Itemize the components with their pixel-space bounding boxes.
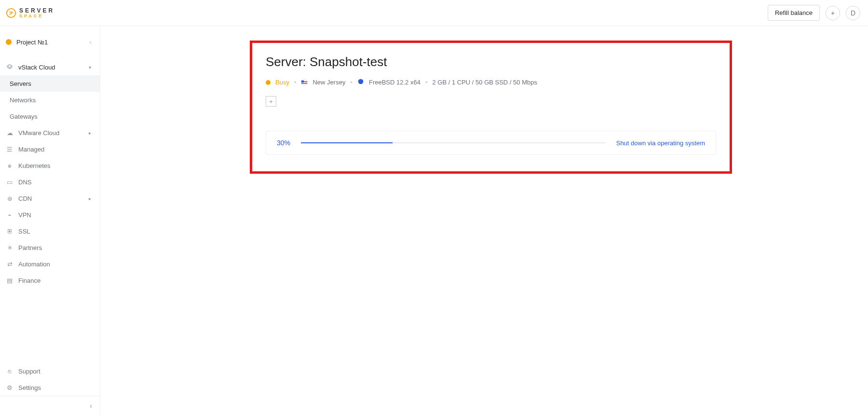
sidebar-item-label: Servers	[10, 80, 91, 87]
logo-text-sub: SPACE	[19, 14, 54, 18]
logo-text-wrap: SERVER SPACE	[19, 8, 54, 18]
sidebar-item-label: Settings	[18, 384, 91, 391]
status-dot-icon	[266, 80, 271, 85]
sidebar: Project №1 › vStack Cloud ▾ Servers Netw…	[0, 26, 100, 415]
server-meta: Busy • New Jersey • FreeBSD 12.2 x64 •	[266, 78, 716, 86]
chevron-right-icon: ▸	[89, 130, 91, 136]
sidebar-item-automation[interactable]: ⇄ Automation	[0, 256, 100, 272]
chevron-left-icon: ‹	[90, 402, 92, 410]
partners-icon: ✳	[6, 244, 14, 251]
status-text: Busy	[275, 79, 289, 86]
meta-separator: •	[294, 79, 297, 86]
project-label: Project №1	[16, 39, 85, 46]
add-button[interactable]: +	[826, 6, 840, 20]
vpn-icon: ⌁	[6, 211, 14, 219]
sidebar-item-managed[interactable]: ☰ Managed	[0, 141, 100, 157]
sidebar-item-partners[interactable]: ✳ Partners	[0, 239, 100, 256]
sidebar-item-label: VMware Cloud	[18, 129, 84, 137]
logo-text-top: SERVER	[19, 8, 54, 14]
main-content: Server: Snapshot-test Busy • New Jersey …	[100, 26, 868, 415]
chevron-down-icon: ▾	[89, 65, 91, 70]
sidebar-item-vmware-cloud[interactable]: ☁ VMware Cloud ▸	[0, 124, 100, 141]
meta-separator: •	[350, 79, 353, 86]
project-selector[interactable]: Project №1 ›	[0, 34, 100, 50]
shield-icon: ⛨	[6, 228, 14, 235]
sidebar-item-settings[interactable]: ⚙ Settings	[0, 379, 100, 396]
sidebar-item-label: vStack Cloud	[18, 64, 84, 71]
plus-icon: +	[269, 98, 273, 105]
sidebar-item-label: VPN	[18, 211, 91, 219]
sidebar-item-label: Support	[18, 368, 91, 375]
support-icon: ⎋	[6, 368, 14, 375]
sidebar-item-ssl[interactable]: ⛨ SSL	[0, 223, 100, 239]
sidebar-item-label: DNS	[18, 179, 91, 186]
sidebar-item-label: SSL	[18, 228, 91, 235]
chevron-right-icon: ›	[90, 40, 91, 45]
topbar-right: Refill balance + D	[768, 5, 860, 21]
sidebar-item-label: Partners	[18, 244, 91, 251]
finance-icon: ▤	[6, 277, 14, 284]
chevron-right-icon: ▸	[89, 196, 91, 201]
add-tag-button[interactable]: +	[266, 96, 276, 107]
avatar[interactable]: D	[846, 6, 860, 20]
progress-bar-fill	[301, 142, 393, 143]
sidebar-item-networks[interactable]: Networks	[0, 92, 100, 108]
sidebar-item-finance[interactable]: ▤ Finance	[0, 272, 100, 289]
server-panel: Server: Snapshot-test Busy • New Jersey …	[250, 41, 732, 174]
sidebar-item-label: CDN	[18, 195, 84, 202]
topbar: SERVER SPACE Refill balance + D	[0, 0, 868, 26]
svg-rect-3	[301, 83, 307, 83]
meta-separator: •	[425, 79, 428, 86]
shutdown-link[interactable]: Shut down via operating system	[616, 139, 705, 147]
sidebar-item-vpn[interactable]: ⌁ VPN	[0, 207, 100, 223]
logo-mark-icon	[6, 8, 16, 18]
sidebar-item-dns[interactable]: ▭ DNS	[0, 174, 100, 190]
progress-bar	[301, 142, 606, 143]
sidebar-item-label: Automation	[18, 261, 91, 268]
shell: Project №1 › vStack Cloud ▾ Servers Netw…	[0, 26, 868, 415]
progress-card: 30% Shut down via operating system	[266, 131, 716, 155]
freebsd-icon	[357, 78, 364, 86]
sidebar-item-label: Managed	[18, 146, 91, 153]
managed-icon: ☰	[6, 146, 14, 153]
page-title: Server: Snapshot-test	[266, 55, 716, 69]
specs-text: 2 GB / 1 CPU / 50 GB SSD / 50 Mbps	[432, 79, 537, 86]
logo[interactable]: SERVER SPACE	[6, 8, 54, 18]
project-dot-icon	[6, 39, 12, 45]
sidebar-item-cdn[interactable]: ⊕ CDN ▸	[0, 190, 100, 207]
sidebar-item-servers[interactable]: Servers	[0, 75, 100, 92]
sidebar-item-vstack-cloud[interactable]: vStack Cloud ▾	[0, 59, 100, 75]
automation-icon: ⇄	[6, 261, 14, 268]
us-flag-icon	[301, 79, 308, 86]
sidebar-item-label: Networks	[10, 97, 91, 104]
refill-balance-button[interactable]: Refill balance	[768, 5, 820, 21]
gear-icon: ⚙	[6, 384, 14, 391]
stack-icon	[6, 64, 14, 70]
os-text: FreeBSD 12.2 x64	[369, 79, 420, 86]
sidebar-item-kubernetes[interactable]: ⎈ Kubernetes	[0, 157, 100, 174]
cdn-icon: ⊕	[6, 195, 14, 202]
sidebar-item-label: Finance	[18, 277, 91, 284]
kubernetes-icon: ⎈	[6, 162, 14, 169]
svg-rect-4	[301, 80, 304, 82]
sidebar-item-label: Gateways	[10, 113, 91, 120]
sidebar-item-support[interactable]: ⎋ Support	[0, 363, 100, 379]
plus-icon: +	[831, 9, 835, 17]
progress-percent: 30%	[277, 139, 290, 147]
sidebar-item-label: Kubernetes	[18, 162, 91, 169]
sidebar-item-gateways[interactable]: Gateways	[0, 108, 100, 124]
location-text: New Jersey	[312, 79, 345, 86]
cloud-icon: ☁	[6, 129, 14, 137]
sidebar-collapse-toggle[interactable]: ‹	[0, 396, 100, 415]
dns-icon: ▭	[6, 179, 14, 186]
